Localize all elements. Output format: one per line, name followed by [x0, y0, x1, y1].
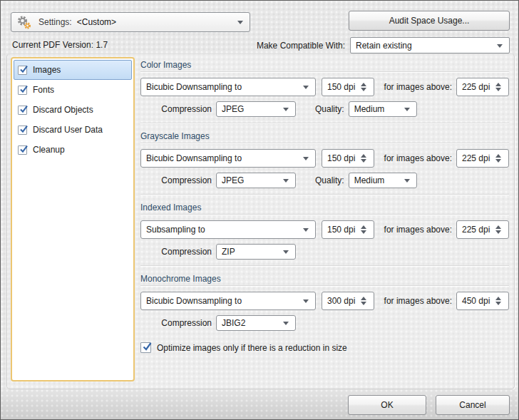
indexed-above-dpi-spinner[interactable]: 225 dpi — [456, 220, 509, 239]
check-icon — [19, 64, 29, 74]
indexed-images-section: Indexed Images Subsampling to 150 dpi fo… — [140, 194, 509, 260]
monochrome-images-section: Monochrome Images Bicubic Downsampling t… — [140, 265, 509, 331]
sidebar-item-label: Cleanup — [33, 145, 65, 155]
dpi-value: 300 dpi — [327, 296, 355, 306]
pdf-version-label: Current PDF Version: 1.7 — [12, 40, 108, 50]
quality-label: Quality: — [315, 175, 344, 185]
for-images-above-label: for images above: — [384, 82, 452, 92]
indexed-compression-dropdown[interactable]: ZIP — [216, 244, 296, 260]
monochrome-above-dpi-spinner[interactable]: 450 dpi — [456, 292, 509, 310]
grayscale-images-section: Grayscale Images Bicubic Downsampling to… — [140, 123, 509, 188]
indexed-dpi-spinner[interactable]: 150 dpi — [322, 220, 374, 239]
color-above-dpi-spinner[interactable]: 225 dpi — [456, 78, 509, 96]
grayscale-above-dpi-spinner[interactable]: 225 dpi — [456, 149, 509, 168]
chevron-down-icon — [303, 228, 309, 232]
settings-gears-icon — [16, 15, 33, 30]
spin-down-icon[interactable] — [361, 230, 366, 234]
quality-value: Medium — [354, 175, 385, 185]
ok-button[interactable]: OK — [348, 395, 426, 415]
section-title: Grayscale Images — [140, 131, 509, 143]
spin-down-icon[interactable] — [361, 88, 366, 91]
spin-up-icon[interactable] — [361, 225, 366, 229]
settings-label: Settings: — [38, 17, 72, 27]
dpi-value: 225 dpi — [462, 153, 490, 163]
downsampling-value: Subsampling to — [146, 225, 205, 235]
compression-label: Compression — [140, 318, 212, 328]
audit-space-usage-label: Audit Space Usage... — [389, 16, 470, 26]
spin-up-icon[interactable] — [495, 225, 501, 229]
settings-dropdown[interactable]: Settings: <Custom> — [11, 12, 250, 32]
sidebar-item-discard-user-data[interactable]: Discard User Data — [14, 120, 132, 140]
downsampling-value: Bicubic Downsampling to — [146, 153, 242, 163]
make-compatible-dropdown[interactable]: Retain existing — [350, 37, 510, 53]
grayscale-quality-dropdown[interactable]: Medium — [349, 173, 417, 188]
monochrome-compression-dropdown[interactable]: JBIG2 — [216, 315, 296, 331]
grayscale-compression-dropdown[interactable]: JPEG — [216, 173, 296, 188]
chevron-down-icon — [237, 21, 243, 24]
sidebar-item-images[interactable]: Images — [14, 60, 132, 80]
compression-label: Compression — [140, 104, 212, 114]
downsampling-value: Bicubic Downsampling to — [146, 82, 242, 92]
chevron-down-icon — [303, 86, 309, 89]
check-icon — [19, 84, 29, 94]
chevron-down-icon — [497, 44, 503, 48]
settings-value: <Custom> — [77, 17, 116, 27]
dpi-value: 150 dpi — [327, 82, 355, 92]
sidebar-item-cleanup[interactable]: Cleanup — [14, 140, 132, 160]
check-icon — [141, 341, 153, 352]
dpi-value: 225 dpi — [462, 82, 490, 92]
images-checkbox[interactable] — [18, 66, 27, 75]
discard-objects-checkbox[interactable] — [18, 106, 27, 115]
chevron-down-icon — [283, 108, 289, 111]
optimize-images-row: Optimize images only if there is a reduc… — [140, 342, 509, 353]
make-compatible-value: Retain existing — [356, 41, 412, 51]
sidebar-item-fonts[interactable]: Fonts — [14, 80, 132, 100]
downsampling-value: Bicubic Downsampling to — [146, 296, 242, 306]
grayscale-dpi-spinner[interactable]: 150 dpi — [322, 149, 374, 168]
spin-up-icon[interactable] — [495, 297, 501, 300]
for-images-above-label: for images above: — [384, 153, 452, 163]
spin-down-icon[interactable] — [495, 230, 501, 234]
spin-down-icon[interactable] — [495, 302, 501, 305]
monochrome-dpi-spinner[interactable]: 300 dpi — [322, 292, 374, 310]
spin-down-icon[interactable] — [495, 159, 501, 163]
check-icon — [19, 104, 29, 114]
sidebar-item-discard-objects[interactable]: Discard Objects — [14, 100, 132, 120]
grayscale-downsampling-dropdown[interactable]: Bicubic Downsampling to — [140, 149, 316, 168]
chevron-down-icon — [303, 299, 309, 303]
spin-up-icon[interactable] — [361, 154, 366, 158]
spin-down-icon[interactable] — [495, 88, 501, 91]
optimize-images-label: Optimize images only if there is a reduc… — [157, 343, 347, 353]
check-icon — [19, 144, 29, 154]
make-compatible-label: Make Compatible With: — [257, 41, 345, 51]
cleanup-checkbox[interactable] — [18, 145, 27, 155]
spin-down-icon[interactable] — [361, 159, 366, 163]
audit-space-usage-button[interactable]: Audit Space Usage... — [349, 11, 510, 31]
spin-up-icon[interactable] — [495, 154, 501, 158]
spin-up-icon[interactable] — [361, 297, 366, 300]
spin-up-icon[interactable] — [495, 83, 501, 86]
color-dpi-spinner[interactable]: 150 dpi — [322, 78, 374, 96]
compression-value: ZIP — [222, 247, 235, 257]
color-downsampling-dropdown[interactable]: Bicubic Downsampling to — [140, 78, 316, 96]
sidebar-item-label: Fonts — [33, 85, 54, 95]
spin-down-icon[interactable] — [361, 302, 366, 305]
compression-value: JPEG — [222, 104, 244, 114]
monochrome-downsampling-dropdown[interactable]: Bicubic Downsampling to — [140, 292, 316, 310]
cancel-button[interactable]: Cancel — [436, 395, 510, 415]
spin-up-icon[interactable] — [361, 83, 366, 86]
images-settings-pane: Color Images Bicubic Downsampling to 150… — [140, 60, 509, 353]
compression-label: Compression — [140, 247, 212, 257]
color-compression-dropdown[interactable]: JPEG — [216, 101, 296, 117]
quality-value: Medium — [354, 104, 385, 114]
sidebar-item-label: Discard User Data — [33, 125, 103, 135]
section-title: Color Images — [140, 60, 509, 72]
category-list: Images Fonts Discard Objects Discard Use… — [11, 57, 135, 381]
fonts-checkbox[interactable] — [18, 86, 27, 95]
indexed-downsampling-dropdown[interactable]: Subsampling to — [140, 220, 316, 239]
compression-value: JPEG — [222, 175, 244, 185]
optimize-images-checkbox[interactable] — [140, 342, 151, 353]
dpi-value: 150 dpi — [327, 153, 355, 163]
color-quality-dropdown[interactable]: Medium — [349, 101, 417, 117]
discard-user-data-checkbox[interactable] — [18, 126, 27, 135]
